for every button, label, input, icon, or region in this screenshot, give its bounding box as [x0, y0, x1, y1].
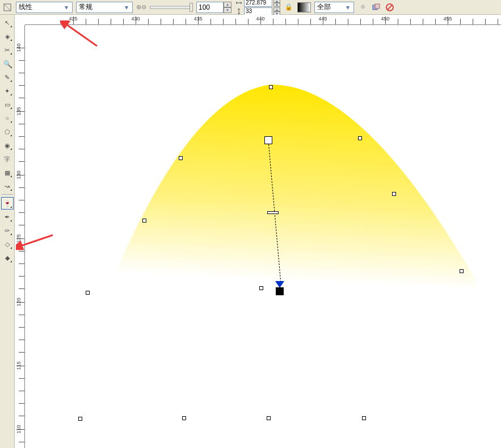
crop-tool[interactable]: ✂: [1, 44, 14, 56]
zoom-tool[interactable]: 🔍: [1, 57, 14, 70]
property-bar: 线性 ▾ 常规 ▾ ⊕⊖ 100 ▲ ▼ 272.879 ▲▼ 33 ▲▼ 🔒 …: [0, 0, 501, 15]
selection-handle[interactable]: [460, 269, 464, 273]
text-tool[interactable]: 字: [1, 153, 14, 165]
gradient-midpoint-handle[interactable]: [267, 211, 279, 214]
range-combo[interactable]: 全部 ▾: [314, 2, 354, 13]
selection-handle[interactable]: [392, 192, 396, 196]
fill-type-label: 线性: [19, 2, 32, 12]
spinner-down[interactable]: ▼: [273, 3, 280, 7]
selection-handle[interactable]: [142, 219, 146, 223]
width-field[interactable]: 272.879: [244, 0, 272, 7]
chevron-down-icon: ▾: [343, 3, 352, 11]
selection-handle[interactable]: [179, 156, 183, 160]
edge-type-label: 常规: [79, 2, 92, 12]
height-icon: [235, 7, 243, 15]
shape-tool[interactable]: ◈: [1, 30, 14, 43]
fill-tool[interactable]: 🍷: [1, 197, 14, 210]
gradient-preview[interactable]: [297, 2, 311, 12]
basic-shapes-tool[interactable]: ◉: [1, 139, 14, 152]
midpoint-value[interactable]: 100: [196, 2, 224, 13]
selection-handle[interactable]: [78, 417, 82, 421]
selected-shape[interactable]: [102, 82, 487, 422]
pick-tool[interactable]: ↖: [1, 16, 14, 29]
slider-thumb[interactable]: [190, 3, 193, 12]
bucket-tool[interactable]: ◇: [1, 238, 14, 250]
vertical-ruler: 140135130125120115110: [15, 25, 25, 448]
lock-icon[interactable]: 🔒: [284, 2, 294, 12]
range-label: 全部: [317, 2, 331, 12]
midpoint-slider[interactable]: [150, 6, 193, 9]
selection-handle[interactable]: [259, 286, 263, 290]
selection-handle[interactable]: [182, 416, 186, 420]
fill-type-combo[interactable]: 线性 ▾: [16, 2, 73, 13]
table-tool[interactable]: ▦: [1, 166, 14, 179]
copy-props-icon[interactable]: [371, 2, 381, 12]
selection-handle[interactable]: [269, 85, 273, 89]
width-icon: [235, 0, 243, 7]
outline-tool[interactable]: ✑: [1, 224, 14, 237]
rectangle-tool[interactable]: ▭: [1, 98, 14, 111]
eyedropper-tool[interactable]: ✒: [1, 211, 14, 223]
size-group: 272.879 ▲▼ 33 ▲▼: [235, 0, 280, 15]
height-field[interactable]: 33: [244, 7, 272, 15]
horizontal-ruler: 425430435440445450455: [25, 15, 501, 25]
smart-draw-tool[interactable]: ✦: [1, 85, 14, 97]
no-fill-icon[interactable]: [385, 2, 395, 12]
edge-type-combo[interactable]: 常规 ▾: [76, 2, 133, 13]
spinner-up[interactable]: ▲: [273, 7, 280, 11]
blend-tool[interactable]: ↝: [1, 180, 14, 192]
polygon-tool[interactable]: ⬠: [1, 125, 14, 138]
gradient-end-handle[interactable]: [276, 287, 284, 295]
freehand-tool[interactable]: ✎: [1, 71, 14, 83]
chevron-down-icon: ▾: [62, 3, 71, 11]
selection-handle[interactable]: [358, 136, 362, 140]
ellipse-tool[interactable]: ○: [1, 112, 14, 124]
drawing-canvas[interactable]: [25, 25, 501, 448]
midpoint-icon[interactable]: ⊕⊖: [136, 2, 146, 12]
selection-handle[interactable]: [86, 291, 90, 295]
spinner-up[interactable]: ▲: [224, 2, 231, 7]
selection-handle[interactable]: [362, 416, 366, 420]
smart-fill-tool[interactable]: ◆: [1, 252, 14, 264]
selection-handle[interactable]: [267, 416, 271, 420]
spinner-down[interactable]: ▼: [224, 7, 231, 13]
chevron-down-icon: ▾: [122, 3, 131, 11]
edit-fill-icon[interactable]: [2, 2, 12, 12]
gradient-start-handle[interactable]: [264, 136, 272, 144]
toolbox: ↖◈✂🔍✎✦▭○⬠◉字▦↝🍷✒✑◇◆: [0, 15, 15, 448]
snowflake-icon[interactable]: ❄: [357, 2, 368, 12]
svg-rect-2: [375, 4, 380, 9]
